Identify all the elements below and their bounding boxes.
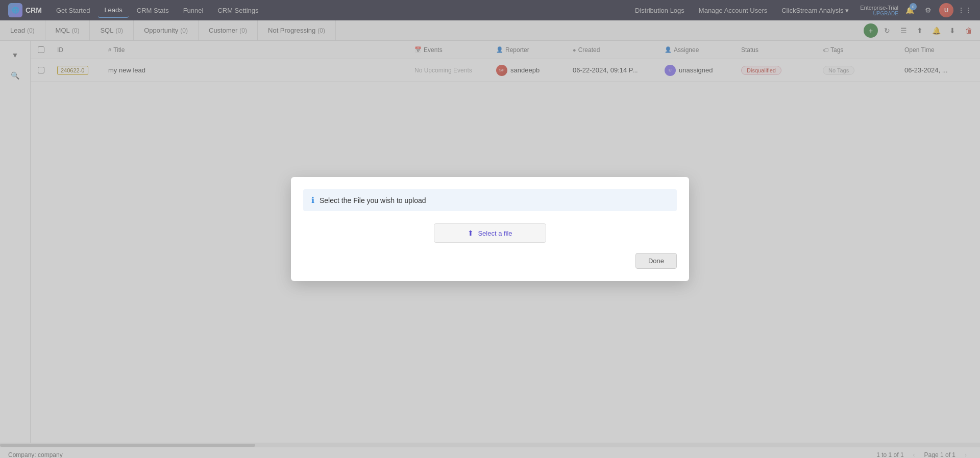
- select-file-label: Select a file: [478, 230, 512, 237]
- modal-footer: Done: [303, 253, 677, 269]
- upload-icon: ⬆: [468, 229, 474, 237]
- info-icon: ℹ: [311, 195, 314, 205]
- select-file-button[interactable]: ⬆ Select a file: [434, 223, 546, 243]
- done-button[interactable]: Done: [635, 253, 677, 269]
- upload-modal: ℹ Select the File you wish to upload ⬆ S…: [291, 177, 689, 281]
- modal-overlay: ℹ Select the File you wish to upload ⬆ S…: [0, 0, 980, 458]
- modal-upload-area: ⬆ Select a file: [303, 223, 677, 243]
- modal-info-bar: ℹ Select the File you wish to upload: [303, 189, 677, 211]
- modal-info-text: Select the File you wish to upload: [320, 196, 426, 205]
